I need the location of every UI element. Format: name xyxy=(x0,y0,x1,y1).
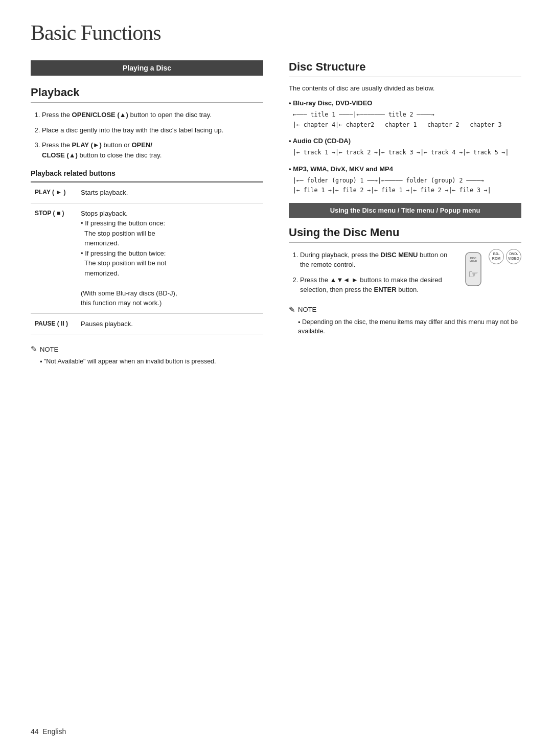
playback-related-title: Playback related buttons xyxy=(31,169,263,177)
svg-text:MENU: MENU xyxy=(470,260,477,263)
disc-step-1: DISC MENU ☞ During playback, press the D… xyxy=(300,250,521,270)
disc-structure-intro: The contents of disc are usually divided… xyxy=(289,84,521,92)
table-key: STOP ( ■ ) xyxy=(31,203,77,313)
right-column: Disc Structure The contents of disc are … xyxy=(289,60,521,366)
disc-type-audiocd: Audio CD (CD-DA) |← track 1 →|← track 2 … xyxy=(289,137,521,158)
table-value: Stops playback. • If pressing the button… xyxy=(77,203,263,313)
playback-title: Playback xyxy=(31,86,263,103)
step-2: Place a disc gently into the tray with t… xyxy=(42,125,263,135)
disc-icons: BD-ROM DVD-VIDEO xyxy=(489,249,521,264)
disc-type-bluray: Blu-ray Disc, DVD-VIDEO ←——— title 1 ———… xyxy=(289,99,521,130)
table-row: PLAY ( ► ) Starts playback. xyxy=(31,182,263,203)
disc-type-mp3: MP3, WMA, DivX, MKV and MP4 |←— folder (… xyxy=(289,165,521,196)
remote-control-svg: DISC MENU ☞ xyxy=(458,250,489,291)
note-item: "Not Available" will appear when an inva… xyxy=(40,357,263,366)
mp3-diagram: |←— folder (group) 1 ——→|←————— folder (… xyxy=(293,176,521,196)
table-key: PAUSE ( II ) xyxy=(31,313,77,334)
step-3: Press the PLAY (►) button or OPEN/CLOSE … xyxy=(42,140,263,160)
using-disc-steps: BD-ROM DVD-VIDEO DISC MENU ☞ xyxy=(289,250,521,300)
right-note-label: NOTE xyxy=(289,305,521,314)
table-value: Starts playback. xyxy=(77,182,263,203)
disc-structure-title: Disc Structure xyxy=(289,60,521,77)
left-column: Playing a Disc Playback Press the OPEN/C… xyxy=(31,60,263,366)
table-value: Pauses playback. xyxy=(77,313,263,334)
bluray-diagram: ←——— title 1 ————|←——————— title 2 ————→… xyxy=(293,110,521,130)
svg-text:☞: ☞ xyxy=(468,268,478,281)
right-note-item: Depending on the disc, the menu items ma… xyxy=(298,317,521,337)
playing-disc-banner: Playing a Disc xyxy=(31,60,263,76)
dvd-video-icon: DVD-VIDEO xyxy=(506,249,521,264)
note-section: NOTE "Not Available" will appear when an… xyxy=(31,345,263,366)
table-key: PLAY ( ► ) xyxy=(31,182,77,203)
right-note-section: NOTE Depending on the disc, the menu ite… xyxy=(289,305,521,337)
page-number: 44 English xyxy=(31,727,66,736)
playback-table: PLAY ( ► ) Starts playback. STOP ( ■ ) S… xyxy=(31,181,263,334)
disc-type-label: Audio CD (CD-DA) xyxy=(289,137,521,145)
table-row: STOP ( ■ ) Stops playback. • If pressing… xyxy=(31,203,263,313)
using-disc-banner: Using the Disc menu / Title menu / Popup… xyxy=(289,203,521,218)
playback-steps: Press the OPEN/CLOSE (▲) button to open … xyxy=(31,110,263,160)
table-row: PAUSE ( II ) Pauses playback. xyxy=(31,313,263,334)
page-title: Basic Functions xyxy=(31,20,521,45)
disc-type-label: Blu-ray Disc, DVD-VIDEO xyxy=(289,99,521,107)
bd-rom-icon: BD-ROM xyxy=(489,249,504,264)
disc-type-label: MP3, WMA, DivX, MKV and MP4 xyxy=(289,165,521,173)
step-1: Press the OPEN/CLOSE (▲) button to open … xyxy=(42,110,263,120)
audiocd-diagram: |← track 1 →|← track 2 →|← track 3 →|← t… xyxy=(293,148,521,158)
using-disc-menu-title: Using the Disc Menu xyxy=(289,226,521,243)
note-label: NOTE xyxy=(31,345,263,354)
